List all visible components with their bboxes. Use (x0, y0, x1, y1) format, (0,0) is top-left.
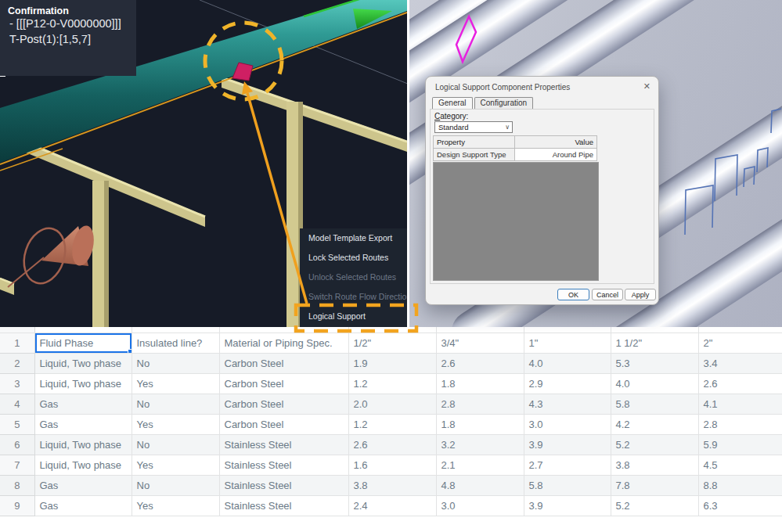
table-cell[interactable]: Carbon Steel (219, 394, 348, 415)
table-cell[interactable]: Carbon Steel (219, 354, 348, 374)
table-cell[interactable]: 4.2 (611, 415, 698, 435)
table-cell[interactable]: 2.0 (348, 394, 436, 415)
table-cell[interactable]: 1.2 (348, 415, 436, 435)
table-cell[interactable]: 3/4" (436, 333, 524, 354)
table-cell[interactable]: 3.0 (524, 415, 611, 435)
table-cell[interactable]: 4.3 (524, 394, 611, 415)
row-header[interactable]: 3 (0, 374, 34, 394)
menu-item[interactable]: Model Template Export (300, 228, 407, 248)
left-3d-viewport[interactable]: Confirmation - [[[P12-0-V0000000]]] T-Po… (0, 0, 407, 327)
table-cell[interactable] (524, 327, 611, 333)
table-cell[interactable]: Insulated line? (132, 333, 219, 354)
table-cell[interactable]: Material or Piping Spec. (219, 333, 348, 354)
table-cell[interactable]: 1 1/2" (611, 333, 698, 354)
row-header[interactable]: 2 (0, 354, 34, 374)
table-cell[interactable]: 2.9 (524, 374, 611, 394)
table-cell[interactable]: Stainless Steel (219, 476, 348, 496)
table-cell[interactable]: Yes (132, 374, 219, 394)
tab-configuration[interactable]: Configuration (474, 97, 533, 109)
table-cell[interactable]: Gas (34, 415, 132, 435)
table-cell[interactable]: 6.3 (698, 496, 782, 516)
table-cell[interactable]: Carbon Steel (219, 415, 348, 435)
table-cell[interactable]: 5.2 (611, 435, 698, 455)
table-cell[interactable]: Gas (34, 496, 132, 516)
table-cell[interactable]: 8.8 (698, 476, 782, 496)
table-cell[interactable]: 3.9 (524, 496, 611, 516)
table-cell[interactable]: No (132, 435, 219, 455)
table-cell[interactable]: Stainless Steel (219, 435, 348, 455)
table-cell[interactable]: 2.4 (348, 496, 436, 516)
table-cell[interactable]: Fluid Phase (34, 333, 132, 354)
table-cell[interactable] (436, 327, 524, 333)
table-cell[interactable]: Gas (34, 476, 132, 496)
table-cell[interactable]: 1.9 (348, 354, 436, 374)
table-cell[interactable]: 3.8 (611, 455, 698, 476)
table-cell[interactable]: 3.0 (436, 496, 524, 516)
table-cell[interactable]: 3.4 (698, 354, 782, 374)
row-header[interactable]: 1 (0, 333, 34, 354)
table-cell[interactable]: 1.8 (436, 374, 524, 394)
row-header[interactable]: 6 (0, 435, 34, 455)
table-cell[interactable] (611, 327, 698, 333)
table-cell[interactable]: 4.0 (611, 374, 698, 394)
table-cell[interactable]: 5.3 (611, 354, 698, 374)
table-cell[interactable]: No (132, 394, 219, 415)
table-cell[interactable]: 4.0 (524, 354, 611, 374)
cancel-button[interactable]: Cancel (592, 289, 623, 300)
table-cell[interactable]: 1" (524, 333, 611, 354)
table-cell[interactable]: Yes (132, 415, 219, 435)
table-cell[interactable] (34, 327, 132, 333)
table-cell[interactable]: Liquid, Two phase (34, 374, 132, 394)
row-header[interactable]: 7 (0, 455, 34, 476)
table-cell[interactable]: 4.1 (698, 394, 782, 415)
table-cell[interactable]: 3.9 (524, 435, 611, 455)
table-cell[interactable]: Liquid, Two phase (34, 354, 132, 374)
table-cell[interactable]: Gas (34, 394, 132, 415)
table-cell[interactable]: Stainless Steel (219, 455, 348, 476)
table-cell[interactable]: 2.7 (524, 455, 611, 476)
table-cell[interactable]: 2.6 (698, 374, 782, 394)
row-header[interactable]: 8 (0, 476, 34, 496)
category-dropdown[interactable]: Standard ∨ (434, 121, 513, 133)
table-cell[interactable]: Yes (132, 455, 219, 476)
table-cell[interactable] (698, 327, 782, 333)
table-cell[interactable]: Yes (132, 496, 219, 516)
table-cell[interactable]: 7.8 (611, 476, 698, 496)
table-cell[interactable] (219, 327, 348, 333)
ok-button[interactable]: OK (557, 289, 589, 300)
table-cell[interactable]: 2" (698, 333, 782, 354)
row-header[interactable]: 5 (0, 415, 34, 435)
table-cell[interactable]: 2.6 (348, 435, 436, 455)
table-cell[interactable]: 4.5 (698, 455, 782, 476)
table-cell[interactable]: 1.8 (436, 415, 524, 435)
menu-item[interactable]: Logical Support (300, 307, 407, 326)
table-cell[interactable]: Liquid, Two phase (34, 455, 132, 476)
table-cell[interactable]: 1.2 (348, 374, 436, 394)
apply-button[interactable]: Apply (625, 289, 656, 300)
table-cell[interactable]: No (132, 354, 219, 374)
table-cell[interactable]: 4.8 (436, 476, 524, 496)
table-cell[interactable]: 5.9 (698, 435, 782, 455)
table-cell[interactable]: No (132, 476, 219, 496)
table-cell[interactable]: 5.2 (611, 496, 698, 516)
table-cell[interactable]: 1/2" (348, 333, 436, 354)
row-header[interactable]: 9 (0, 496, 34, 516)
table-cell[interactable]: 1.6 (348, 455, 436, 476)
close-icon[interactable]: ✕ (643, 81, 650, 92)
table-cell[interactable] (0, 327, 34, 333)
table-cell[interactable]: Carbon Steel (219, 374, 348, 394)
table-cell[interactable]: 2.1 (436, 455, 524, 476)
table-cell[interactable] (348, 327, 436, 333)
table-cell[interactable]: Liquid, Two phase (34, 435, 132, 455)
row-header[interactable]: 4 (0, 394, 34, 415)
table-cell[interactable] (132, 327, 219, 333)
table-cell[interactable]: 3.2 (436, 435, 524, 455)
table-cell[interactable]: Stainless Steel (219, 496, 348, 516)
table-cell[interactable]: 2.6 (436, 354, 524, 374)
menu-item[interactable]: Lock Selected Routes (300, 248, 407, 268)
table-cell[interactable]: 2.8 (698, 415, 782, 435)
table-cell[interactable]: 5.8 (524, 476, 611, 496)
table-cell[interactable]: 2.8 (436, 394, 524, 415)
table-cell[interactable]: 3.8 (348, 476, 436, 496)
table-cell[interactable]: 5.8 (611, 394, 698, 415)
